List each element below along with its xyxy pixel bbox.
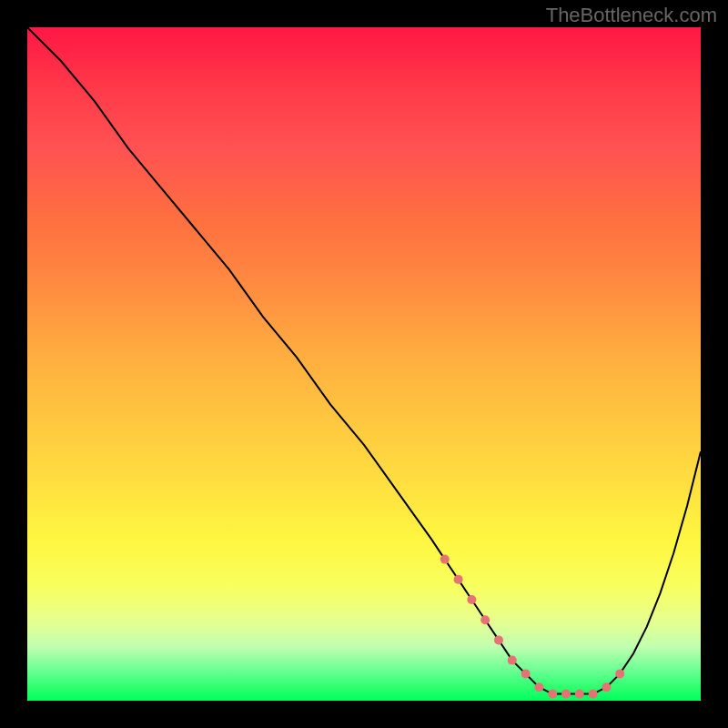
gradient-background [27, 27, 701, 701]
chart-area [27, 27, 701, 701]
watermark-text: TheBottleneck.com [546, 4, 717, 27]
